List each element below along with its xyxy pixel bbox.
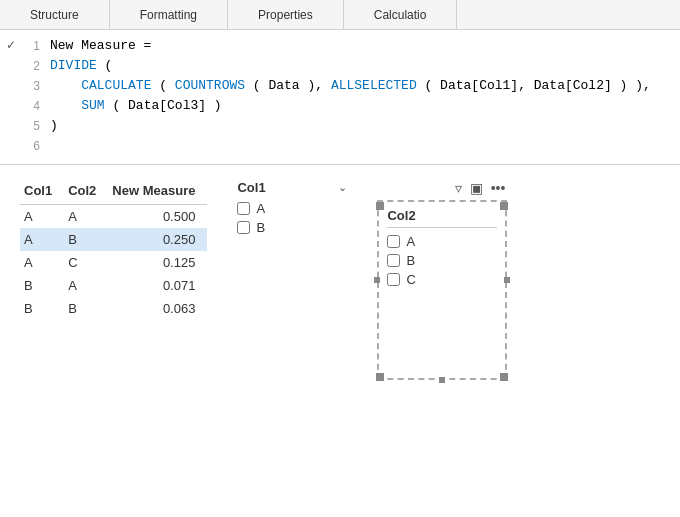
table-cell-col2: C (64, 251, 108, 274)
editor-area: ✓ 1 New Measure = 2 DIVIDE ( 3 CALCULATE… (0, 30, 680, 165)
chevron-down-icon[interactable]: ⌄ (338, 181, 347, 194)
slicer-col1-title: Col1 (237, 180, 265, 195)
slicer-col1-items: A B (237, 201, 347, 235)
slicer-col2-toolbar: ▿ ▣ ••• (377, 180, 507, 196)
table-cell-col2: A (64, 205, 108, 229)
table-row: A C 0.125 (20, 251, 207, 274)
line-num-4: 4 (24, 96, 40, 116)
line-content-3: CALCULATE ( COUNTROWS ( Data ), ALLSELEC… (50, 76, 651, 96)
table-header-col2: Col2 (64, 180, 108, 205)
slicer-col2-item: B (387, 253, 497, 268)
slicer-col1-checkbox[interactable] (237, 202, 250, 215)
slicer-col2-item: C (387, 272, 497, 287)
table-cell-measure: 0.250 (108, 228, 207, 251)
slicer-col1-header: Col1 ⌄ (237, 180, 347, 195)
editor-tick: ✓ (6, 38, 16, 52)
data-table: Col1 Col2 New Measure A A 0.500 A B 0.25… (20, 180, 207, 320)
line-content-6 (50, 136, 58, 156)
table-cell-measure: 0.071 (108, 274, 207, 297)
tab-calculation[interactable]: Calculatio (344, 0, 458, 29)
slicer-col1-checkbox[interactable] (237, 221, 250, 234)
tab-properties[interactable]: Properties (228, 0, 344, 29)
code-line-3: 3 CALCULATE ( COUNTROWS ( Data ), ALLSEL… (24, 76, 672, 96)
table-cell-col2: A (64, 274, 108, 297)
code-line-1: 1 New Measure = (24, 36, 672, 56)
line-content-2: DIVIDE ( (50, 56, 112, 76)
table-row: A B 0.250 (20, 228, 207, 251)
slicer-col2-checkbox[interactable] (387, 273, 400, 286)
line-num-1: 1 (24, 36, 40, 56)
expand-icon[interactable]: ▣ (470, 180, 483, 196)
handle-mr (504, 277, 510, 283)
content-area: Col1 Col2 New Measure A A 0.500 A B 0.25… (0, 165, 680, 517)
slicer-col2-checkbox[interactable] (387, 235, 400, 248)
table-cell-col1: A (20, 228, 64, 251)
table-cell-col1: B (20, 274, 64, 297)
table-cell-col2: B (64, 228, 108, 251)
table-cell-col1: A (20, 251, 64, 274)
table-header-measure: New Measure (108, 180, 207, 205)
line-num-6: 6 (24, 136, 40, 156)
handle-tl (376, 202, 384, 210)
table-cell-col1: B (20, 297, 64, 320)
line-num-2: 2 (24, 56, 40, 76)
slicer-col1: Col1 ⌄ A B (237, 180, 347, 239)
code-line-4: 4 SUM ( Data[Col3] ) (24, 96, 672, 116)
tab-formatting[interactable]: Formatting (110, 0, 228, 29)
handle-tr (500, 202, 508, 210)
slicer-col2-label: A (406, 234, 415, 249)
slicer-col2-checkbox[interactable] (387, 254, 400, 267)
filter-icon[interactable]: ▿ (455, 180, 462, 196)
slicer-col2-wrapper: ▿ ▣ ••• Col2 A B C (377, 180, 507, 380)
tab-structure[interactable]: Structure (0, 0, 110, 29)
table-cell-measure: 0.063 (108, 297, 207, 320)
line-content-1: New Measure = (50, 36, 151, 56)
table-row: B B 0.063 (20, 297, 207, 320)
line-num-5: 5 (24, 116, 40, 136)
line-content-4: SUM ( Data[Col3] ) (50, 96, 222, 116)
slicer-col2-items: A B C (387, 234, 497, 287)
handle-ml (374, 277, 380, 283)
code-line-6: 6 (24, 136, 672, 156)
handle-bl (376, 373, 384, 381)
code-line-2: 2 DIVIDE ( (24, 56, 672, 76)
table-cell-measure: 0.500 (108, 205, 207, 229)
table-row: A A 0.500 (20, 205, 207, 229)
table-header-col1: Col1 (20, 180, 64, 205)
handle-br (500, 373, 508, 381)
slicer-col2-box: Col2 A B C (377, 200, 507, 380)
code-lines: 1 New Measure = 2 DIVIDE ( 3 CALCULATE (… (0, 36, 680, 156)
slicer-col2-item: A (387, 234, 497, 249)
line-num-3: 3 (24, 76, 40, 96)
table-cell-col2: B (64, 297, 108, 320)
slicer-col1-label: B (256, 220, 265, 235)
slicer-col2-label: C (406, 272, 415, 287)
slicer-col1-item: B (237, 220, 347, 235)
table-row: B A 0.071 (20, 274, 207, 297)
slicer-col1-item: A (237, 201, 347, 216)
slicer-col2-label: B (406, 253, 415, 268)
slicer-col2-title: Col2 (387, 208, 497, 228)
handle-mb (439, 377, 445, 383)
line-content-5: ) (50, 116, 58, 136)
table-cell-measure: 0.125 (108, 251, 207, 274)
table-cell-col1: A (20, 205, 64, 229)
more-icon[interactable]: ••• (491, 180, 506, 196)
tab-bar: Structure Formatting Properties Calculat… (0, 0, 680, 30)
code-line-5: 5 ) (24, 116, 672, 136)
slicer-col1-label: A (256, 201, 265, 216)
